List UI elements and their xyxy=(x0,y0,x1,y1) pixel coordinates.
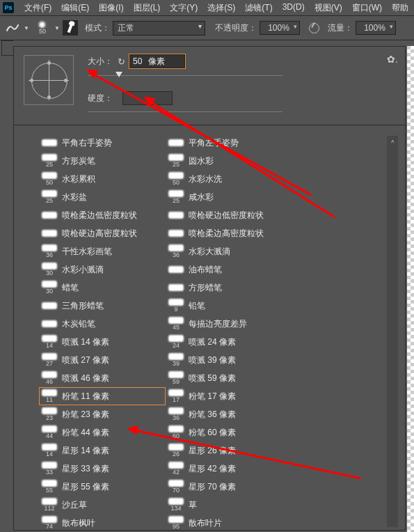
brush-preset-item[interactable]: 60粉笔 60 像素 xyxy=(166,423,292,441)
brush-tool-icon[interactable] xyxy=(4,19,21,36)
brush-preset-item[interactable]: 26星形 26 像素 xyxy=(166,441,292,460)
menu-item[interactable]: 文字(Y) xyxy=(165,2,202,14)
brush-preset-item[interactable]: 木炭铅笔 xyxy=(39,315,166,333)
brush-preset-item[interactable]: 46喷溅 46 像素 xyxy=(39,369,166,387)
menu-item[interactable]: 滤镜(T) xyxy=(240,2,277,14)
hardness-label: 硬度： xyxy=(88,93,116,104)
menu-item[interactable]: 视图(V) xyxy=(310,2,347,14)
brush-preset-item[interactable]: 36干性水彩画笔 xyxy=(39,242,166,260)
brush-preset-item[interactable]: 三角形蜡笔 xyxy=(39,297,166,315)
brush-preset-item[interactable]: 25咸水彩 xyxy=(166,188,292,206)
brush-preset-item[interactable]: 27喷溅 27 像素 xyxy=(39,351,166,369)
brush-preset-item[interactable]: 30蜡笔 xyxy=(39,279,166,297)
brush-preset-item[interactable]: 33星形 33 像素 xyxy=(39,460,166,478)
brush-preset-item[interactable]: 喷枪柔边高密度粒状 xyxy=(166,224,292,242)
brush-preset-item[interactable]: 36水彩大溅滴 xyxy=(166,242,292,260)
brush-preset-item[interactable]: 112沙丘草 xyxy=(39,496,166,514)
canvas-edge xyxy=(407,46,414,532)
brush-preset-item[interactable]: 17粉笔 17 像素 xyxy=(166,387,292,405)
brush-preset-item[interactable]: 喷枪柔边低密度粒状 xyxy=(39,206,166,224)
opacity-field[interactable]: 100% xyxy=(260,21,300,35)
brush-preset-item[interactable]: 24喷溅 24 像素 xyxy=(166,333,292,351)
brush-tip-preview[interactable] xyxy=(24,55,74,105)
brush-preset-item[interactable]: 134草 xyxy=(166,496,292,514)
brush-preset-item[interactable]: 55星形 55 像素 xyxy=(39,478,166,496)
brush-preset-item[interactable]: 50水彩累积 xyxy=(39,170,166,188)
brush-preset-item[interactable]: 方形蜡笔 xyxy=(166,279,292,297)
menu-item[interactable]: 编辑(E) xyxy=(56,2,94,14)
brush-preset-item[interactable]: 11粉笔 11 像素 xyxy=(39,387,166,405)
flow-label: 流量： xyxy=(328,22,353,34)
brush-preset-item[interactable]: 95散布叶片 xyxy=(166,514,292,529)
flow-field[interactable]: 100% xyxy=(356,21,396,35)
brush-preset-item[interactable]: 23粉笔 23 像素 xyxy=(39,405,166,423)
size-field[interactable]: 50 像素 xyxy=(129,54,185,68)
brush-preset-item[interactable]: 平角右手姿势 xyxy=(39,134,166,152)
brush-preset-item[interactable]: 39喷溅 39 像素 xyxy=(166,351,292,369)
mode-label: 模式： xyxy=(85,22,110,34)
brush-preset-item[interactable]: 平角左手姿势 xyxy=(166,134,292,152)
brush-preset-item[interactable]: 14喷溅 14 像素 xyxy=(39,333,166,351)
menu-item[interactable]: 3D(D) xyxy=(278,2,310,14)
brush-preset-item[interactable]: 36粉笔 36 像素 xyxy=(166,405,292,423)
menu-item[interactable]: 文件(F) xyxy=(19,2,56,14)
brush-preset-item[interactable]: 9铅笔 xyxy=(166,297,292,315)
reset-size-icon[interactable]: ↻ xyxy=(116,56,127,67)
hardness-slider[interactable] xyxy=(88,107,282,116)
brush-preset-item[interactable]: 44粉笔 44 像素 xyxy=(39,423,166,441)
menu-item[interactable]: 窗口(W) xyxy=(347,2,387,14)
brush-list: 平角右手姿势平角左手姿势25方形炭笔25圆水彩50水彩累积50水彩水洗25水彩盐… xyxy=(39,134,380,529)
brush-preset-item[interactable]: 45每描边亮度差异 xyxy=(166,315,292,333)
scroll-up-icon[interactable]: ʌ xyxy=(387,136,398,146)
preset-chevron-icon[interactable]: ▼ xyxy=(54,25,60,31)
opacity-label: 不透明度： xyxy=(215,22,257,34)
mode-select[interactable]: 正常 xyxy=(113,21,205,36)
brush-preset-item[interactable]: 25圆水彩 xyxy=(166,152,292,170)
brush-preset-item[interactable]: 70星形 70 像素 xyxy=(166,478,292,496)
menu-item[interactable]: 帮助 xyxy=(387,2,413,14)
gear-icon[interactable]: ✿. xyxy=(387,54,398,65)
brush-preset-picker[interactable]: 50 xyxy=(32,18,53,38)
size-label: 大小： xyxy=(88,56,116,68)
hardness-field[interactable] xyxy=(122,91,173,105)
menubar: Ps 文件(F)编辑(E)图像(I)图层(L)文字(Y)选择(S)滤镜(T)3D… xyxy=(0,0,414,15)
brush-preset-item[interactable]: 25方形炭笔 xyxy=(39,152,166,170)
brush-preset-item[interactable]: 50水彩水洗 xyxy=(166,170,292,188)
brush-preset-item[interactable]: 59喷溅 59 像素 xyxy=(166,369,292,387)
brush-preset-item[interactable]: 喷枪硬边高密度粒状 xyxy=(39,224,166,242)
panel-tab xyxy=(1,40,13,56)
menu-item[interactable]: 图像(I) xyxy=(94,2,128,14)
brush-preset-panel: 大小： ↻ 50 像素 硬度： xyxy=(13,46,406,531)
ps-logo: Ps xyxy=(3,2,14,13)
menu-item[interactable]: 图层(L) xyxy=(129,2,166,14)
scrollbar[interactable]: ʌ xyxy=(387,136,398,527)
pressure-opacity-toggle[interactable] xyxy=(307,20,322,36)
brush-preset-item[interactable]: 油布蜡笔 xyxy=(166,260,292,279)
brush-preset-item[interactable]: 74散布枫叶 xyxy=(39,514,166,529)
brush-preset-item[interactable]: 14星形 14 像素 xyxy=(39,441,166,460)
brush-preset-item[interactable]: 喷枪硬边低密度粒状 xyxy=(166,206,292,224)
size-slider[interactable] xyxy=(88,70,282,80)
tool-options-bar: ▼ 50 ▼ 模式： 正常 不透明度： 100% 流量： 100% xyxy=(0,15,414,40)
brush-preset-item[interactable]: 42星形 42 像素 xyxy=(166,460,292,478)
brush-panel-toggle[interactable] xyxy=(63,20,78,36)
tool-chevron-icon[interactable]: ▼ xyxy=(24,25,29,31)
brush-preset-item[interactable]: 25水彩盐 xyxy=(39,188,166,206)
menu-item[interactable]: 选择(S) xyxy=(202,2,240,14)
brush-preset-item[interactable]: 30水彩小溅滴 xyxy=(39,260,166,279)
